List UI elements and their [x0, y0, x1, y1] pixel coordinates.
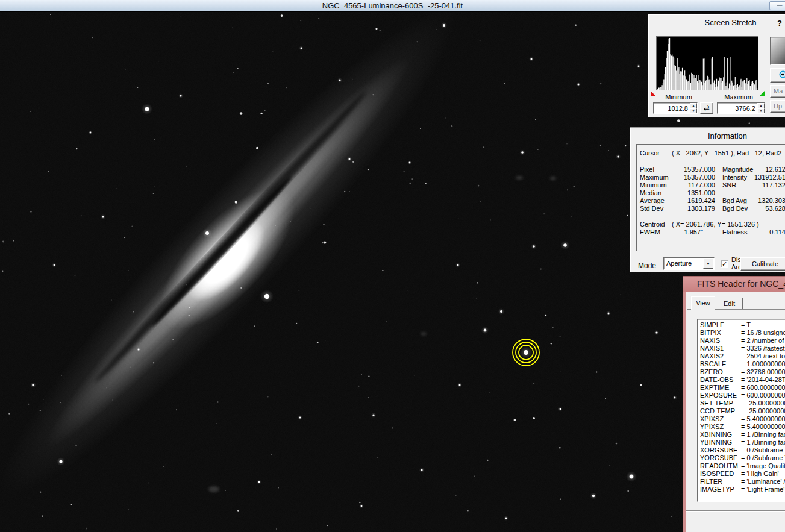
spinner-down-icon[interactable]: ▼	[757, 108, 765, 114]
centroid-row: Centroid ( X= 2061.786, Y= 1551.326 )	[637, 221, 785, 228]
quick-stretch-gradient[interactable]	[770, 37, 785, 65]
fits-header-row[interactable]: XPIXSZ= 5.4000000000	[700, 415, 785, 423]
fits-header-row[interactable]: YBINNING= 1 /Binning fac	[700, 439, 785, 446]
fits-value: = 16 /8 unsigne	[741, 329, 785, 336]
tab-edit[interactable]: Edit	[716, 298, 743, 310]
histogram	[656, 36, 758, 90]
info-stat-cell: Minimum	[640, 181, 667, 189]
fits-value: = 2 /number of	[741, 337, 784, 344]
info-stat-cell: Average	[640, 197, 665, 204]
fits-value: = 'Image Quality	[741, 462, 785, 469]
display-in-arcsec-checkbox[interactable]: ✓	[721, 260, 728, 268]
fits-header-row[interactable]: READOUTM= 'Image Quality	[700, 462, 785, 470]
fits-header-row[interactable]: BITPIX= 16 /8 unsigne	[700, 329, 785, 337]
fits-keyword: IMAGETYP	[700, 486, 741, 493]
maximum-spinner: ▲ ▼	[757, 103, 765, 113]
fits-keyword: CCD-TEMP	[700, 407, 741, 415]
screen-stretch-window: Screen Stretch ? Minimum Maximum ▲ ▼ ⇄ ▲…	[648, 14, 785, 117]
fits-keyword: READOUTM	[700, 462, 741, 470]
fits-keyword: ISOSPEED	[700, 470, 741, 478]
fits-header-row[interactable]: YPIXSZ= 5.4000000000	[700, 423, 785, 431]
maximum-label: Maximum	[715, 93, 763, 101]
maximum-input[interactable]	[718, 104, 757, 113]
fits-header-row[interactable]: SET-TEMP= -25.00000000	[700, 399, 785, 407]
spinner-down-icon[interactable]: ▼	[690, 108, 697, 114]
info-stat-cell: 15357.000	[670, 166, 715, 173]
info-stat-cell: Maximum	[640, 174, 669, 181]
combo-arrow-icon[interactable]: ▼	[703, 258, 713, 269]
fits-keyword: NAXIS2	[700, 352, 741, 360]
centroid-value: ( X= 2061.786, Y= 1551.326 )	[672, 221, 759, 228]
fits-value: = T	[741, 321, 751, 328]
fits-value: = 600.0000000	[741, 392, 785, 399]
fits-header-row[interactable]: IMAGETYP= 'Light Frame' /	[700, 486, 785, 493]
fits-value: = 0 /Subframe X	[741, 446, 785, 454]
tab-view[interactable]: View	[691, 296, 715, 310]
info-stat-cell: 12.612	[725, 166, 785, 173]
fits-header-row[interactable]: EXPTIME= 600.0000000	[700, 384, 785, 392]
help-icon[interactable]: ?	[777, 19, 782, 28]
fits-header-title: FITS Header for NGC_45	[697, 279, 785, 289]
minimum-input[interactable]	[654, 104, 689, 113]
fits-value: = 'Light Frame' /	[741, 486, 785, 493]
fits-header-row[interactable]: CCD-TEMP= -25.00000000	[700, 407, 785, 415]
calibrate-button[interactable]: Calibrate	[740, 257, 785, 271]
information-window: Information Cursor ( X= 2062, Y= 1551 ),…	[630, 127, 785, 272]
fits-header-row[interactable]: NAXIS= 2 /number of	[700, 337, 785, 345]
info-stat-cell: Pixel	[640, 166, 654, 173]
fits-header-row[interactable]: DATE-OBS= '2014-04-28T2	[700, 376, 785, 384]
spinner-up-icon[interactable]: ▲	[757, 103, 765, 108]
zoom-magnifier-button[interactable]	[770, 68, 785, 83]
fits-bottom-divider	[686, 510, 785, 512]
document-title: NGC_4565-Luminance-600S_-25-041.fit	[322, 1, 463, 10]
fits-keyword-list[interactable]: SIMPLE= TBITPIX= 16 /8 unsigneNAXIS= 2 /…	[697, 319, 785, 502]
info-stat-cell: Median	[640, 189, 661, 196]
spinner-up-icon[interactable]: ▲	[690, 103, 697, 108]
update-button[interactable]: Up	[770, 100, 785, 113]
swap-min-max-button[interactable]: ⇄	[700, 102, 713, 114]
fits-header-titlebar[interactable]: FITS Header for NGC_45	[683, 277, 785, 292]
fits-value: = 1 /Binning fac	[741, 431, 785, 438]
min-stretch-handle[interactable]	[651, 91, 656, 96]
document-titlebar[interactable]: NGC_4565-Luminance-600S_-25-041.fit —	[0, 0, 785, 11]
minimize-button[interactable]: —	[769, 1, 785, 10]
cursor-value: ( X= 2062, Y= 1551 ), Rad= 12, Rad2=	[672, 149, 785, 157]
fits-header-row[interactable]: NAXIS1= 3326 /fastest	[700, 345, 785, 352]
fits-value: = -25.00000000	[741, 399, 785, 407]
fits-keyword: XPIXSZ	[700, 415, 741, 423]
magnifier-icon	[778, 69, 785, 81]
fits-value: = 600.0000000	[741, 384, 785, 391]
fits-header-row[interactable]: SIMPLE= T	[700, 321, 785, 329]
fits-header-row[interactable]: FILTER= 'Luminance' /	[700, 478, 785, 486]
info-stats-panel: Cursor ( X= 2062, Y= 1551 ), Rad= 12, Ra…	[636, 144, 785, 251]
fits-header-content: View Edit SIMPLE= TBITPIX= 16 /8 unsigne…	[686, 292, 785, 532]
fits-keyword: YPIXSZ	[700, 423, 741, 431]
fits-header-row[interactable]: NAXIS2= 2504 /next to	[700, 352, 785, 360]
fits-header-row[interactable]: BSCALE= 1.0000000000	[700, 360, 785, 368]
fits-header-row[interactable]: XBINNING= 1 /Binning fac	[700, 431, 785, 439]
fits-header-row[interactable]: ISOSPEED= 'High Gain'	[700, 470, 785, 478]
fits-value: = 'High Gain'	[741, 470, 779, 477]
fits-header-row[interactable]: XORGSUBF= 0 /Subframe X	[700, 446, 785, 454]
fits-value: = '2014-04-28T2	[741, 376, 785, 383]
fits-header-row[interactable]: BZERO= 32768.00000	[700, 368, 785, 376]
info-stat-cell: Std Dev	[640, 205, 663, 212]
fits-keyword: BSCALE	[700, 360, 741, 368]
fits-keyword: YBINNING	[700, 439, 741, 446]
max-range-button[interactable]: Ma	[770, 85, 785, 98]
fits-keyword: NAXIS1	[700, 345, 741, 352]
info-stat-cell: 131912.51	[725, 174, 785, 181]
info-stat-row: Average1619.424Bgd Avg1320.303	[637, 197, 785, 205]
info-stat-cell: 1619.424	[670, 197, 715, 204]
info-stat-row: Median1351.000	[637, 189, 785, 197]
fits-header-row[interactable]: YORGSUBF= 0 /Subframe Y	[700, 454, 785, 462]
flatness-value: 0.114	[725, 228, 785, 236]
centroid-label: Centroid	[640, 221, 665, 228]
info-stat-cell: 1320.303	[725, 197, 785, 204]
fits-header-row[interactable]: EXPOSURE= 600.0000000	[700, 392, 785, 399]
information-title: Information	[630, 128, 785, 140]
mode-combobox[interactable]: Aperture ▼	[663, 257, 715, 270]
fits-value: = -25.00000000	[741, 407, 785, 415]
fits-keyword: XBINNING	[700, 431, 741, 439]
fits-value: = 0 /Subframe Y	[741, 454, 785, 462]
